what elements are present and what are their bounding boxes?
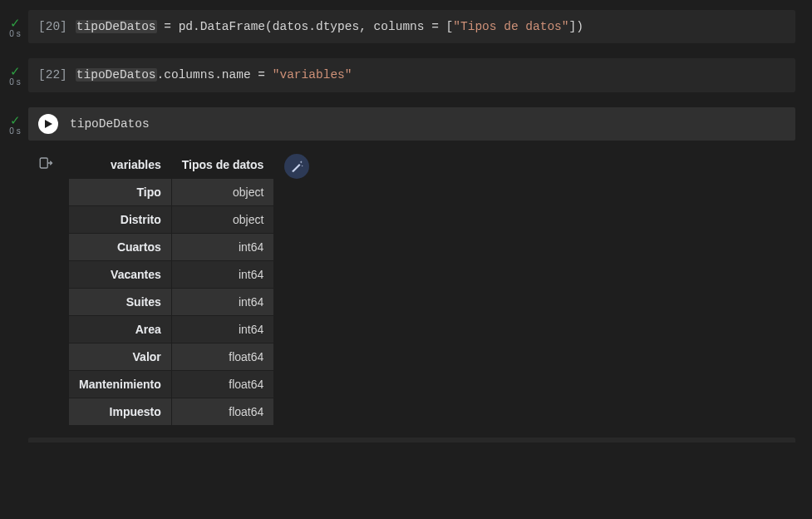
- cell-timing: 0 s: [9, 127, 20, 136]
- execution-count: [20]: [38, 18, 67, 35]
- cell-output: variables Tipos de datos TipoobjectDistr…: [28, 147, 795, 426]
- row-value: int64: [171, 260, 274, 288]
- table-row: Suitesint64: [69, 288, 274, 315]
- row-index: Valor: [69, 343, 172, 370]
- check-icon: ✓: [10, 114, 21, 126]
- row-index: Mantenimiento: [69, 370, 172, 398]
- table-row: Distritoobject: [69, 205, 274, 233]
- row-value: object: [171, 205, 274, 233]
- output-gutter: [28, 147, 68, 426]
- row-index: Vacantes: [69, 260, 172, 288]
- next-cell-strip[interactable]: [28, 437, 795, 442]
- output-icon[interactable]: [38, 156, 53, 171]
- row-value: float64: [171, 370, 274, 398]
- run-button[interactable]: [38, 114, 58, 134]
- row-value: int64: [171, 233, 274, 260]
- row-index: Impuesto: [69, 398, 172, 425]
- check-icon: ✓: [10, 17, 21, 29]
- cell-timing: 0 s: [9, 30, 20, 38]
- table-row: Mantenimientofloat64: [69, 370, 274, 398]
- table-row: Areaint64: [69, 315, 274, 343]
- row-index: Cuartos: [69, 233, 172, 260]
- code-text: tipoDeDatos: [70, 117, 150, 131]
- active-code-cell: ✓ 0 s tipoDeDatos: [2, 107, 795, 141]
- dataframe-table: variables Tipos de datos TipoobjectDistr…: [68, 151, 274, 426]
- table-row: Tipoobject: [69, 178, 274, 205]
- code-input[interactable]: [22] tipoDeDatos.columns.name = "variabl…: [28, 58, 795, 91]
- table-row: Cuartosint64: [69, 233, 274, 260]
- row-value: object: [171, 178, 274, 205]
- code-cell: ✓ 0 s [22] tipoDeDatos.columns.name = "v…: [2, 58, 795, 91]
- cell-gutter: ✓ 0 s: [2, 58, 28, 91]
- cell-gutter: ✓ 0 s: [2, 10, 28, 43]
- columns-name-header: variables: [69, 151, 172, 178]
- svg-rect-0: [40, 158, 47, 168]
- code-text: tipoDeDatos = pd.DataFrame(datos.dtypes,…: [76, 18, 583, 35]
- row-index: Suites: [69, 288, 172, 315]
- code-cell: ✓ 0 s [20] tipoDeDatos = pd.DataFrame(da…: [2, 10, 795, 43]
- table-row: Valorfloat64: [69, 343, 274, 370]
- code-input[interactable]: tipoDeDatos: [28, 107, 795, 141]
- code-text: tipoDeDatos.columns.name = "variables": [76, 67, 352, 83]
- check-icon: ✓: [10, 65, 21, 77]
- table-row: Vacantesint64: [69, 260, 274, 288]
- play-icon: [43, 119, 53, 129]
- row-index: Distrito: [69, 205, 172, 233]
- row-value: float64: [171, 398, 274, 425]
- table-row: Impuestofloat64: [69, 398, 274, 425]
- magic-wand-icon: [289, 159, 304, 174]
- row-index: Tipo: [69, 178, 172, 205]
- column-header: Tipos de datos: [171, 151, 274, 178]
- row-value: float64: [171, 343, 274, 370]
- row-value: int64: [171, 315, 274, 343]
- row-value: int64: [171, 288, 274, 315]
- row-index: Area: [69, 315, 172, 343]
- cell-timing: 0 s: [9, 78, 20, 86]
- table-header-row: variables Tipos de datos: [69, 151, 274, 178]
- execution-count: [22]: [38, 67, 67, 83]
- cell-gutter: ✓ 0 s: [2, 107, 28, 141]
- code-input[interactable]: [20] tipoDeDatos = pd.DataFrame(datos.dt…: [28, 10, 795, 43]
- suggest-charts-button[interactable]: [284, 154, 309, 179]
